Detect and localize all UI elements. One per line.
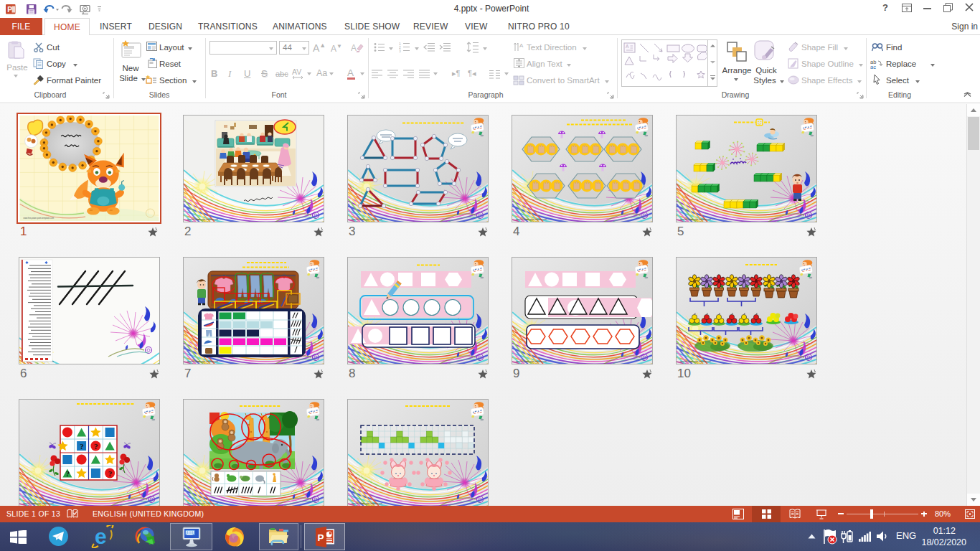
- svg-text:P: P: [7, 6, 12, 14]
- svg-text:e: e: [95, 525, 107, 548]
- svg-text:?: ?: [94, 442, 98, 451]
- svg-text:3: 3: [399, 49, 401, 52]
- svg-text:?: ?: [108, 469, 113, 478]
- svg-text:A: A: [626, 44, 629, 49]
- svg-text:ac: ac: [870, 64, 876, 69]
- svg-text:?: ?: [80, 442, 84, 451]
- svg-text:A: A: [519, 42, 524, 49]
- svg-text:?: ?: [66, 469, 70, 478]
- svg-text:A: A: [351, 43, 357, 53]
- svg-text:www.free-power-point-templates: www.free-power-point-templates.com: [23, 217, 54, 220]
- svg-text:P: P: [318, 532, 324, 543]
